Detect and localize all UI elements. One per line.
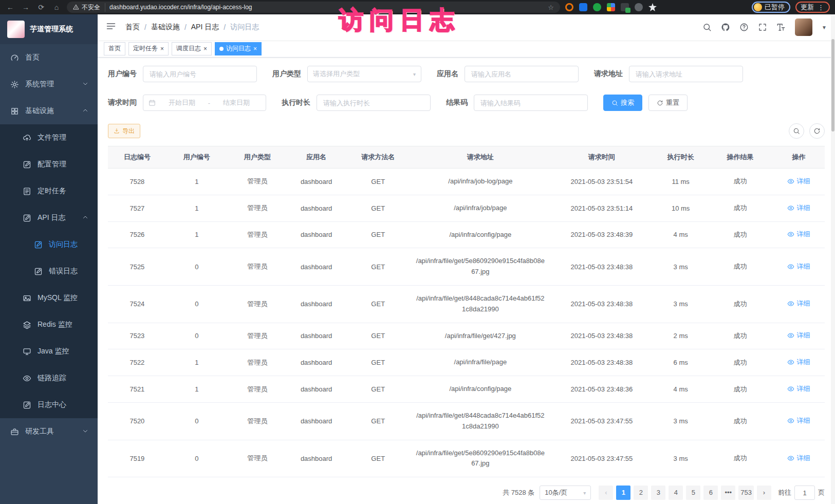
table-cell-action: 详细 <box>773 402 825 440</box>
table-cell: GET <box>345 248 411 286</box>
toggle-search-button[interactable] <box>789 123 804 139</box>
user-type-select[interactable]: 请选择用户类型▾ <box>307 66 421 82</box>
help-icon[interactable] <box>739 23 749 32</box>
close-icon[interactable]: × <box>253 46 257 52</box>
page-size-select[interactable]: 10条/页▾ <box>540 486 591 500</box>
pagination-goto: 前往页 <box>778 486 825 500</box>
edit-icon <box>23 214 31 222</box>
page-button-2[interactable]: 2 <box>634 486 648 500</box>
table-cell: 2 ms <box>654 323 708 349</box>
app-name-input[interactable] <box>465 66 579 82</box>
app-window: 芋道管理系统 首页系统管理基础设施文件管理配置管理定时任务API 日志访问日志错… <box>0 14 835 504</box>
field-label: 用户类型 <box>272 69 301 79</box>
sidebar-item-system-mgmt[interactable]: 系统管理 <box>0 71 98 98</box>
refresh-button[interactable] <box>809 123 825 139</box>
tab-cron-jobs[interactable]: 定时任务× <box>128 42 169 55</box>
breadcrumb-item[interactable]: 首页 <box>125 23 140 32</box>
field-label: 应用名 <box>437 69 458 79</box>
extension-icon[interactable] <box>579 3 587 11</box>
request-url-input[interactable] <box>629 66 743 82</box>
browser-menu-icon[interactable]: ⋮ <box>818 4 825 11</box>
detail-link[interactable]: 详细 <box>787 230 810 239</box>
sidebar-item-infrastructure[interactable]: 基础设施 <box>0 98 98 124</box>
breadcrumb-item[interactable]: 基础设施 <box>151 23 180 32</box>
sidebar-item-scheduled-tasks[interactable]: 定时任务 <box>0 178 98 204</box>
page-button-6[interactable]: 6 <box>703 486 718 500</box>
sidebar-item-redis-monitor[interactable]: Redis 监控 <box>0 311 98 338</box>
close-icon[interactable]: × <box>203 46 207 52</box>
sidebar-item-dev-tools[interactable]: 研发工具 <box>0 418 98 445</box>
detail-link[interactable]: 详细 <box>787 331 810 340</box>
more-pages-button[interactable]: ••• <box>721 486 735 500</box>
sidebar-item-file-mgmt[interactable]: 文件管理 <box>0 124 98 151</box>
security-chip[interactable]: 不安全 <box>73 3 105 12</box>
user-avatar[interactable] <box>795 18 812 36</box>
caret-down-icon[interactable]: ▼ <box>822 25 827 30</box>
sidebar-item-config-mgmt[interactable]: 配置管理 <box>0 151 98 178</box>
browser-forward-button[interactable]: → <box>21 3 31 11</box>
page-button-1[interactable]: 1 <box>616 486 630 500</box>
user-id-input[interactable] <box>143 66 257 82</box>
browser-home-button[interactable]: ⌂ <box>51 3 62 11</box>
table-cell: 7521 <box>108 376 166 403</box>
sidebar-item-java-monitor[interactable]: Java 监控 <box>0 338 98 365</box>
detail-link[interactable]: 详细 <box>787 416 810 425</box>
page-button-4[interactable]: 4 <box>669 486 683 500</box>
close-icon[interactable]: × <box>160 46 164 52</box>
font-size-icon[interactable] <box>776 23 786 32</box>
tab-home[interactable]: 首页 <box>104 42 125 55</box>
chevron-down-icon <box>82 80 88 88</box>
extension-icon[interactable] <box>621 3 629 11</box>
fullscreen-icon[interactable] <box>758 23 767 32</box>
scrollbar-thumb[interactable] <box>831 39 834 132</box>
page-button-753[interactable]: 753 <box>738 486 754 500</box>
search-button[interactable]: 搜索 <box>603 95 642 111</box>
extension-icon[interactable] <box>635 3 643 11</box>
sidebar-item-access-log[interactable]: 访问日志 <box>0 231 98 258</box>
browser-reload-button[interactable]: ⟳ <box>36 3 46 11</box>
result-code-input[interactable] <box>474 95 588 111</box>
request-time-daterange[interactable]: 开始日期-结束日期 <box>143 95 266 111</box>
sidebar-item-home[interactable]: 首页 <box>0 44 98 71</box>
sidebar-item-mysql-monitor[interactable]: MySQL 监控 <box>0 285 98 311</box>
address-bar[interactable]: 不安全 dashboard.yudao.iocoder.cn/infra/log… <box>67 2 560 13</box>
github-icon[interactable] <box>721 23 730 32</box>
goto-page-input[interactable] <box>794 486 815 500</box>
sidebar-logo[interactable]: 芋道管理系统 <box>0 14 98 44</box>
reset-button[interactable]: 重置 <box>648 95 688 111</box>
sidebar-item-api-log[interactable]: API 日志 <box>0 204 98 231</box>
detail-link[interactable]: 详细 <box>787 177 810 186</box>
sidebar-item-error-log[interactable]: 错误日志 <box>0 258 98 285</box>
page-button-5[interactable]: 5 <box>686 486 700 500</box>
export-button[interactable]: 导出 <box>108 124 140 138</box>
extension-icon[interactable] <box>607 3 615 11</box>
sidebar-item-trace[interactable]: 链路追踪 <box>0 365 98 391</box>
extension-icon[interactable] <box>648 3 657 11</box>
hamburger-icon[interactable] <box>106 21 116 33</box>
search-icon[interactable] <box>702 23 712 32</box>
bookmark-star-icon[interactable]: ☆ <box>548 4 554 11</box>
browser-update-button[interactable]: 更新 ⋮ <box>795 2 830 13</box>
navbar-actions: ▼ <box>702 18 827 36</box>
browser-back-button[interactable]: ← <box>5 3 15 11</box>
sidebar-item-log-center[interactable]: 日志中心 <box>0 391 98 418</box>
detail-link[interactable]: 详细 <box>787 384 810 394</box>
page-scrollbar[interactable] <box>831 14 835 504</box>
page-button-3[interactable]: 3 <box>651 486 665 500</box>
extension-icon[interactable] <box>593 3 601 11</box>
browser-profile-chip[interactable]: 已暂停 <box>752 2 790 13</box>
detail-link[interactable]: 详细 <box>787 203 810 213</box>
duration-input[interactable] <box>317 95 431 111</box>
breadcrumb-item[interactable]: API 日志 <box>191 23 219 32</box>
tab-job-log[interactable]: 调度日志× <box>172 42 212 55</box>
tab-access-log[interactable]: 访问日志× <box>215 42 262 55</box>
detail-link[interactable]: 详细 <box>787 262 810 271</box>
detail-link[interactable]: 详细 <box>787 358 810 367</box>
prev-page-button[interactable]: ‹ <box>599 486 613 500</box>
detail-link[interactable]: 详细 <box>787 299 810 308</box>
table-cell: 2021-05-03 23:51:54 <box>550 169 654 195</box>
browser-chrome: ← → ⟳ ⌂ 不安全 dashboard.yudao.iocoder.cn/i… <box>0 0 835 14</box>
next-page-button[interactable]: › <box>757 486 771 500</box>
extension-icon[interactable] <box>565 3 573 11</box>
detail-link[interactable]: 详细 <box>787 454 810 463</box>
